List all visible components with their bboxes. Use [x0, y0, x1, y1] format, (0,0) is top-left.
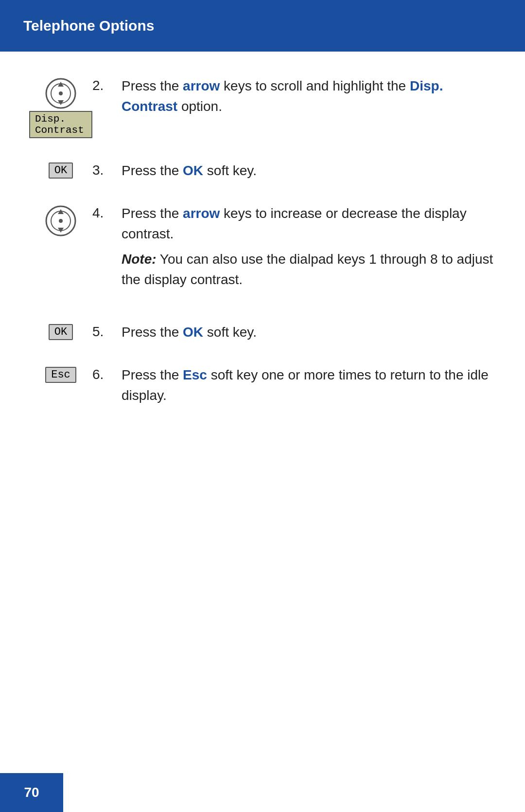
step-4-icon-col: [29, 203, 92, 236]
step-6-text: Press the Esc soft key one or more times…: [122, 365, 496, 406]
step-3-keyword-ok: OK: [183, 163, 203, 178]
step-4-row: 4. Press the arrow keys to increase or d…: [29, 203, 496, 300]
step-2-row: Disp. Contrast 2. Press the arrow keys t…: [29, 76, 496, 138]
step-2-number: 2.: [92, 76, 122, 93]
step-5-icon-col: OK: [29, 322, 92, 342]
step-4-number: 4.: [92, 203, 122, 221]
step-2-text: Press the arrow keys to scroll and highl…: [122, 76, 496, 117]
esc-button-icon: Esc: [45, 367, 76, 383]
step-4-keyword-arrow: arrow: [183, 206, 220, 221]
content-area: Disp. Contrast 2. Press the arrow keys t…: [0, 52, 525, 457]
page-number: 70: [24, 785, 39, 800]
step-3-text: Press the OK soft key.: [122, 161, 496, 181]
step-5-text: Press the OK soft key.: [122, 322, 496, 343]
note-label: Note:: [122, 252, 157, 267]
step-6-icon-col: Esc: [29, 365, 92, 385]
step-6-row: Esc 6. Press the Esc soft key one or mor…: [29, 365, 496, 406]
step-6-number: 6.: [92, 365, 122, 382]
step-6-keyword-esc: Esc: [183, 367, 207, 382]
nav-arrows-icon-2: [45, 205, 76, 236]
nav-arrows-icon: [45, 78, 76, 109]
footer-bar: 70: [0, 773, 63, 812]
svg-point-4: [59, 91, 63, 95]
disp-contrast-label: Disp. Contrast: [29, 111, 92, 138]
step-2-keyword-arrow: arrow: [183, 78, 220, 93]
header-bar: Telephone Options: [0, 0, 525, 52]
step-3-row: OK 3. Press the OK soft key.: [29, 161, 496, 181]
svg-point-9: [59, 219, 63, 223]
step-4-text: Press the arrow keys to increase or decr…: [122, 203, 496, 300]
page-title: Telephone Options: [23, 18, 154, 34]
step-2-keyword-disp: Disp. Contrast: [122, 78, 443, 114]
ok-button-icon-2: OK: [49, 324, 73, 340]
step-5-keyword-ok: OK: [183, 325, 203, 340]
step-5-row: OK 5. Press the OK soft key.: [29, 322, 496, 343]
step-3-number: 3.: [92, 161, 122, 178]
step-4-note: Note: You can also use the dialpad keys …: [122, 249, 496, 290]
ok-button-icon-1: OK: [49, 162, 73, 179]
step-2-icon-col: Disp. Contrast: [29, 76, 92, 138]
step-5-number: 5.: [92, 322, 122, 340]
step-3-icon-col: OK: [29, 161, 92, 180]
